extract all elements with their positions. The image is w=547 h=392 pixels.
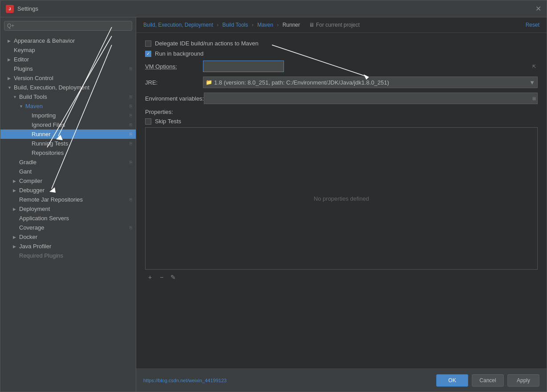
search-input[interactable] bbox=[16, 23, 129, 29]
chevron-icon: ▶ bbox=[13, 188, 19, 193]
breadcrumb-separator: › bbox=[217, 22, 220, 28]
sidebar-item-version-control[interactable]: ▶ Version Control bbox=[0, 73, 136, 83]
sidebar-item-importing[interactable]: Importing ⎘ bbox=[0, 111, 136, 120]
sidebar-item-compiler[interactable]: ▶ Compiler bbox=[0, 176, 136, 186]
sidebar-item-required-plugins[interactable]: Required Plugins bbox=[0, 251, 136, 260]
sidebar-item-build-execution[interactable]: ▼ Build, Execution, Deployment bbox=[0, 83, 136, 92]
sidebar-item-maven[interactable]: ▼ Maven ⎘ bbox=[0, 101, 136, 111]
sidebar-item-appearance[interactable]: ▶ Appearance & Behavior bbox=[0, 36, 136, 45]
search-box[interactable]: Q+ bbox=[4, 21, 132, 31]
vm-options-row: VM Options: ⇱ bbox=[145, 61, 538, 72]
sidebar-item-docker[interactable]: ▶ Docker bbox=[0, 232, 136, 242]
dialog-title: Settings bbox=[17, 5, 38, 12]
jre-wrapper: 📁 1.8 (version: 8.0_251, path: C:/Enviro… bbox=[203, 77, 538, 88]
sidebar-item-debugger[interactable]: ▶ Debugger bbox=[0, 186, 136, 195]
sidebar-item-label: Appearance & Behavior bbox=[14, 37, 75, 44]
settings-dialog: J Settings ✕ Q+ ▶ Appearance & Behavior … bbox=[0, 0, 547, 392]
main-content: Build, Execution, Deployment › Build Too… bbox=[136, 17, 547, 392]
sidebar-item-runner[interactable]: Runner ⎘ bbox=[0, 129, 136, 139]
sidebar-item-label: Build Tools bbox=[19, 93, 47, 100]
sidebar-item-label: Keymap bbox=[14, 47, 35, 53]
sidebar-item-label: Editor bbox=[14, 56, 29, 63]
app-icon: J bbox=[6, 5, 14, 13]
sidebar-item-repositories[interactable]: Repositories bbox=[0, 148, 136, 158]
help-link[interactable]: https://blog.csdn.net/weixin_44199123 bbox=[143, 378, 227, 383]
search-icon: Q+ bbox=[7, 23, 14, 29]
sidebar-item-keymap[interactable]: Keymap bbox=[0, 45, 136, 55]
edit-property-button[interactable]: ✎ bbox=[168, 272, 178, 282]
sidebar-item-label: Running Tests bbox=[32, 140, 68, 147]
breadcrumb-link-build-tools[interactable]: Build Tools bbox=[222, 22, 248, 28]
reset-link[interactable]: Reset bbox=[526, 22, 539, 28]
ok-button[interactable]: OK bbox=[436, 374, 468, 387]
env-table-icon[interactable]: ⊞ bbox=[532, 96, 536, 101]
delegate-label: Delegate IDE build/run actions to Maven bbox=[155, 40, 259, 47]
jre-row: JRE: 📁 1.8 (version: 8.0_251, path: C:/E… bbox=[145, 77, 538, 88]
properties-label: Properties: bbox=[145, 109, 538, 115]
sidebar-item-gant[interactable]: Gant bbox=[0, 167, 136, 176]
sidebar-item-label: Docker bbox=[19, 234, 37, 240]
sidebar-item-label: Runner bbox=[32, 131, 51, 137]
sidebar-item-java-profiler[interactable]: ▶ Java Profiler bbox=[0, 242, 136, 251]
properties-section: Properties: Skip Tests No properties def… bbox=[145, 109, 538, 282]
copy-icon: ⎘ bbox=[130, 141, 132, 146]
vm-options-input[interactable] bbox=[203, 61, 284, 72]
expand-icon[interactable]: ⇱ bbox=[532, 64, 536, 69]
sidebar-item-label: Maven bbox=[25, 103, 43, 109]
env-vars-row: Environment variables: ⊞ bbox=[145, 93, 538, 104]
skip-tests-checkbox[interactable] bbox=[145, 118, 151, 125]
sidebar-item-coverage[interactable]: Coverage ⎘ bbox=[0, 223, 136, 232]
cancel-button[interactable]: Cancel bbox=[472, 374, 504, 387]
sidebar-item-remote-jar[interactable]: Remote Jar Repositories ⎘ bbox=[0, 195, 136, 204]
run-background-label: Run in background bbox=[155, 50, 213, 57]
sidebar-item-label: Gradle bbox=[19, 159, 36, 166]
chevron-down-icon: ▼ bbox=[19, 104, 25, 109]
sidebar-item-label: Compiler bbox=[19, 178, 42, 184]
delegate-checkbox[interactable] bbox=[145, 40, 151, 47]
sidebar-item-plugins[interactable]: Plugins ⎘ bbox=[0, 64, 136, 73]
close-icon[interactable]: ✕ bbox=[535, 4, 541, 13]
sidebar: Q+ ▶ Appearance & Behavior Keymap ▶ Edit… bbox=[0, 17, 136, 392]
for-current-project: 🖥 For current project bbox=[309, 22, 360, 28]
chevron-down-icon: ▼ bbox=[13, 95, 19, 99]
sidebar-item-label: Coverage bbox=[19, 224, 44, 231]
sidebar-item-build-tools[interactable]: ▼ Build Tools ⎘ bbox=[0, 92, 136, 101]
sidebar-item-label: Java Profiler bbox=[19, 243, 51, 250]
breadcrumb-current: Runner bbox=[283, 22, 300, 28]
sidebar-item-application-servers[interactable]: Application Servers bbox=[0, 214, 136, 223]
sidebar-item-editor[interactable]: ▶ Editor bbox=[0, 55, 136, 64]
folder-icon: 📁 bbox=[206, 79, 212, 85]
remove-property-button[interactable]: − bbox=[157, 272, 166, 282]
copy-icon: ⎘ bbox=[130, 197, 132, 202]
sidebar-item-deployment[interactable]: ▶ Deployment bbox=[0, 204, 136, 214]
jre-select[interactable]: 1.8 (version: 8.0_251, path: C:/Environm… bbox=[203, 77, 538, 88]
sidebar-item-running-tests[interactable]: Running Tests ⎘ bbox=[0, 139, 136, 148]
copy-icon: ⎘ bbox=[130, 94, 132, 99]
dialog-body: Q+ ▶ Appearance & Behavior Keymap ▶ Edit… bbox=[0, 17, 547, 392]
breadcrumb-text: Build, Execution, Deployment › Build Too… bbox=[143, 22, 300, 28]
copy-icon: ⎘ bbox=[130, 132, 132, 137]
chevron-icon: ▶ bbox=[13, 235, 19, 239]
vm-options-wrapper: ⇱ bbox=[203, 61, 538, 72]
title-bar: J Settings ✕ bbox=[0, 0, 547, 17]
breadcrumb-bar: Build, Execution, Deployment › Build Too… bbox=[136, 17, 547, 33]
env-label: Environment variables: bbox=[145, 95, 204, 102]
add-property-button[interactable]: + bbox=[145, 272, 155, 282]
run-background-checkbox[interactable] bbox=[145, 51, 151, 57]
copy-icon: ⎘ bbox=[130, 113, 132, 118]
chevron-icon: ▶ bbox=[8, 57, 14, 62]
sidebar-item-gradle[interactable]: Gradle ⎘ bbox=[0, 158, 136, 167]
breadcrumb-link-maven[interactable]: Maven bbox=[257, 22, 273, 28]
run-background-row: Run in background bbox=[145, 50, 538, 57]
jre-label: JRE: bbox=[145, 79, 203, 86]
sidebar-item-label: Deployment bbox=[19, 206, 50, 212]
breadcrumb-link-build[interactable]: Build, Execution, Deployment bbox=[143, 22, 213, 28]
sidebar-item-label: Debugger bbox=[19, 187, 45, 194]
apply-button[interactable]: Apply bbox=[507, 374, 539, 387]
properties-toolbar: + − ✎ bbox=[145, 272, 538, 282]
sidebar-item-label: Ignored Files bbox=[32, 121, 65, 128]
skip-tests-label: Skip Tests bbox=[155, 118, 213, 125]
sidebar-item-ignored-files[interactable]: Ignored Files ⎘ bbox=[0, 120, 136, 129]
env-input[interactable] bbox=[204, 93, 538, 104]
properties-area: No properties defined bbox=[145, 127, 538, 270]
